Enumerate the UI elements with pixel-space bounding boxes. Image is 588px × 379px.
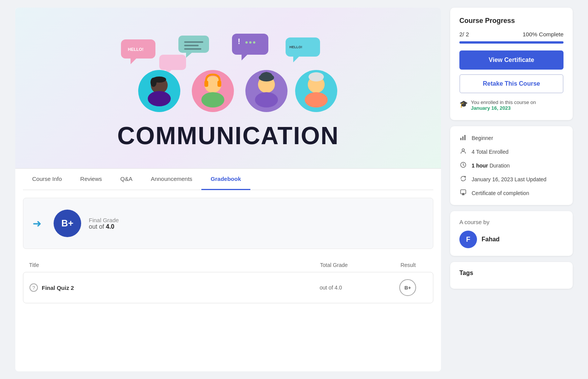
quiz-name: Final Quiz 2 xyxy=(42,285,320,291)
svg-text:HELLO!: HELLO! xyxy=(289,45,302,49)
svg-marker-7 xyxy=(293,57,299,62)
duration-label: Duration xyxy=(490,163,510,169)
tab-gradebook[interactable]: Gradebook xyxy=(201,169,250,190)
final-grade-label: Final Grade xyxy=(89,217,119,223)
grade-info: Final Grade out of 4.0 xyxy=(89,217,119,230)
enroll-notice: 🎓 You enrolled in this course on January… xyxy=(459,99,564,111)
svg-text:HELLO!: HELLO! xyxy=(128,47,144,52)
svg-rect-40 xyxy=(464,135,466,140)
banner-illustration: HELLO! HELLO! xyxy=(109,30,347,114)
enroll-text: You enrolled in this course on January 1… xyxy=(471,99,536,111)
svg-point-41 xyxy=(462,149,464,151)
updated-icon xyxy=(459,175,467,184)
meta-duration-value: 1 hour Duration xyxy=(472,163,510,169)
col-header-total: Total Grade xyxy=(320,262,389,268)
svg-point-14 xyxy=(148,91,171,106)
col-header-title: Title xyxy=(29,262,320,268)
tab-qna[interactable]: Q&A xyxy=(111,169,142,190)
svg-text:!: ! xyxy=(238,37,240,46)
course-meta-card: Beginner 4 Total Enrolled xyxy=(450,126,573,205)
instructor-initial: F xyxy=(466,236,470,244)
view-certificate-button[interactable]: View Certificate xyxy=(459,50,564,70)
enrolled-icon xyxy=(459,148,467,156)
svg-rect-8 xyxy=(159,55,186,70)
tabs-section: Course Info Reviews Q&A Announcements Gr… xyxy=(15,168,441,190)
svg-rect-36 xyxy=(184,48,201,50)
enroll-date: January 16, 2023 xyxy=(471,105,511,111)
svg-rect-34 xyxy=(184,41,203,43)
enroll-icon: 🎓 xyxy=(459,100,468,108)
certificate-icon xyxy=(459,189,467,197)
quiz-total-grade: out of 4.0 xyxy=(320,285,389,291)
svg-point-24 xyxy=(255,92,278,107)
meta-enrolled-count: 4 Total Enrolled xyxy=(472,149,508,155)
svg-rect-2 xyxy=(178,36,209,53)
tab-announcements[interactable]: Announcements xyxy=(142,169,201,190)
progress-bar-bg xyxy=(459,41,564,44)
col-header-result: Result xyxy=(389,262,427,268)
meta-enrolled: 4 Total Enrolled xyxy=(459,148,564,156)
course-by-card: A course by F Fahad xyxy=(450,211,573,256)
result-circle: B+ xyxy=(399,279,416,296)
tabs-nav: Course Info Reviews Q&A Announcements Gr… xyxy=(23,169,433,190)
last-updated-date: January 16, 2023 xyxy=(472,176,513,182)
right-sidebar: Course Progress 2/ 2 100% Complete View … xyxy=(450,8,573,371)
tab-reviews[interactable]: Reviews xyxy=(71,169,111,190)
grades-table-header: Title Total Grade Result xyxy=(23,258,433,272)
svg-point-29 xyxy=(309,72,324,81)
progress-card-title: Course Progress xyxy=(459,17,564,25)
progress-row: 2/ 2 100% Complete xyxy=(459,31,564,37)
level-icon xyxy=(459,134,467,142)
instructor-avatar: F xyxy=(459,231,477,248)
grade-badge-value: B+ xyxy=(61,218,73,229)
course-banner: HELLO! HELLO! xyxy=(15,8,441,168)
quiz-row: ? Final Quiz 2 out of 4.0 B+ xyxy=(23,272,433,303)
svg-rect-20 xyxy=(204,81,208,87)
svg-rect-39 xyxy=(462,137,464,140)
meta-updated-value: January 16, 2023 Last Updated xyxy=(472,176,546,182)
course-by-title: A course by xyxy=(459,219,564,225)
progress-fraction: 2/ 2 xyxy=(459,31,469,37)
svg-marker-5 xyxy=(242,55,247,60)
duration-icon xyxy=(459,161,467,170)
grade-max-value: 4.0 xyxy=(106,223,114,230)
grade-out-of: out of 4.0 xyxy=(89,223,119,230)
svg-point-19 xyxy=(201,92,224,107)
tags-card: Tags xyxy=(450,262,573,289)
svg-rect-38 xyxy=(461,138,462,140)
meta-duration: 1 hour Duration xyxy=(459,161,564,170)
grade-header-card: ➜ B+ Final Grade out of 4.0 xyxy=(23,198,433,249)
progress-card: Course Progress 2/ 2 100% Complete View … xyxy=(450,8,573,120)
last-updated-label: Last Updated xyxy=(514,176,546,182)
tags-title: Tags xyxy=(459,270,564,277)
svg-point-16 xyxy=(150,78,157,87)
svg-marker-1 xyxy=(131,59,136,64)
quiz-icon: ? xyxy=(29,283,38,292)
svg-marker-3 xyxy=(186,53,192,58)
instructor-name: Fahad xyxy=(482,236,500,243)
enroll-notice-text: You enrolled in this course on xyxy=(471,99,536,105)
tab-course-info[interactable]: Course Info xyxy=(23,169,71,190)
meta-updated: January 16, 2023 Last Updated xyxy=(459,175,564,184)
illustration-svg: HELLO! HELLO! xyxy=(109,32,347,112)
retake-course-button[interactable]: Retake This Course xyxy=(459,74,564,93)
instructor-row: F Fahad xyxy=(459,231,564,248)
grade-badge: B+ xyxy=(54,210,81,237)
meta-certificate-label: Certificate of completion xyxy=(472,190,529,196)
progress-percent: 100% Complete xyxy=(523,31,564,37)
grade-arrow-icon: ➜ xyxy=(33,217,41,230)
main-content: HELLO! HELLO! xyxy=(15,8,441,371)
svg-rect-21 xyxy=(217,81,221,87)
svg-rect-35 xyxy=(184,45,199,46)
svg-point-33 xyxy=(253,41,255,44)
course-title: COMMUNICATION xyxy=(117,122,339,150)
svg-point-31 xyxy=(245,41,248,44)
meta-level: Beginner xyxy=(459,134,564,142)
gradebook-content: ➜ B+ Final Grade out of 4.0 Title Total … xyxy=(15,190,441,311)
svg-point-32 xyxy=(249,41,252,44)
duration-bold: 1 hour xyxy=(472,163,488,169)
svg-point-28 xyxy=(305,92,328,107)
meta-certificate: Certificate of completion xyxy=(459,189,564,197)
progress-bar-fill xyxy=(459,41,564,44)
quiz-result-badge: B+ xyxy=(389,279,427,296)
